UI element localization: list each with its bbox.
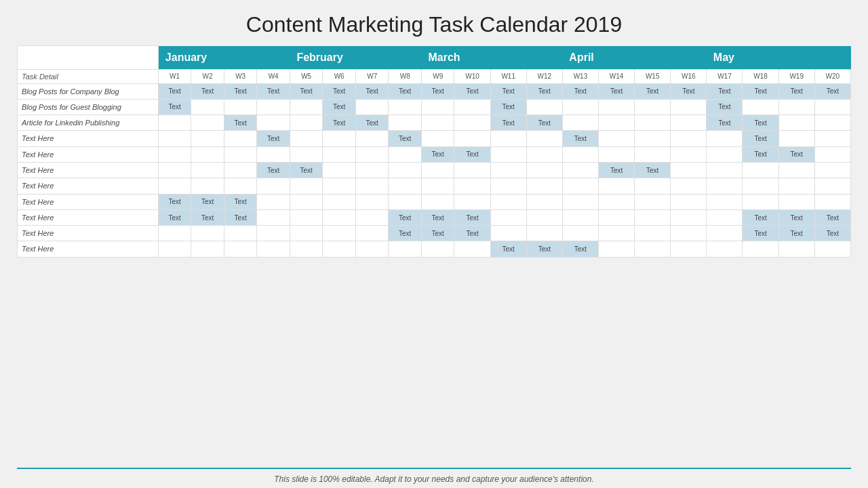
cell-r5-c10 — [490, 162, 526, 178]
cell-r1-c14 — [635, 99, 671, 115]
cell-r2-c13 — [598, 115, 634, 131]
week-header-w14: W14 — [598, 69, 634, 83]
cell-r10-c3 — [257, 241, 290, 257]
task-label-1: Blog Posts for Guest Blogging — [18, 99, 159, 115]
task-label-5: Text Here — [18, 162, 159, 178]
cell-r6-c8 — [421, 178, 454, 194]
cell-r4-c18: Text — [778, 146, 814, 162]
cell-r10-c0 — [158, 241, 191, 257]
month-header-february: February — [290, 46, 421, 70]
cell-r3-c11 — [526, 131, 562, 146]
cell-r6-c17 — [743, 178, 778, 194]
cell-r6-c2 — [224, 178, 257, 194]
cell-r0-c5: Text — [323, 83, 356, 99]
cell-r8-c19: Text — [814, 209, 850, 225]
page-title: Content Marketing Task Calendar 2019 — [0, 0, 868, 45]
cell-r1-c0: Text — [158, 99, 191, 115]
cell-r5-c6 — [355, 162, 389, 178]
cell-r0-c10: Text — [490, 83, 526, 99]
cell-r7-c9 — [454, 194, 490, 209]
week-header-w12: W12 — [526, 69, 562, 83]
cell-r2-c14 — [635, 115, 671, 131]
cell-r9-c1 — [191, 226, 224, 241]
cell-r8-c2: Text — [224, 209, 257, 225]
cell-r3-c0 — [158, 131, 191, 146]
cell-r8-c18: Text — [778, 209, 814, 225]
cell-r1-c19 — [814, 99, 850, 115]
task-label-9: Text Here — [18, 226, 159, 241]
cell-r9-c14 — [635, 226, 671, 241]
cell-r3-c16 — [707, 131, 743, 146]
cell-r0-c9: Text — [454, 83, 490, 99]
cell-r3-c18 — [778, 131, 814, 146]
cell-r4-c11 — [526, 146, 562, 162]
cell-r6-c18 — [778, 178, 814, 194]
cell-r2-c7 — [389, 115, 422, 131]
week-header-w1: W1 — [158, 69, 191, 83]
cell-r10-c4 — [290, 241, 323, 257]
cell-r9-c12 — [562, 226, 598, 241]
cell-r3-c2 — [224, 131, 257, 146]
cell-r3-c3: Text — [257, 131, 290, 146]
cell-r2-c0 — [158, 115, 191, 131]
cell-r10-c9 — [454, 241, 490, 257]
week-header-w19: W19 — [778, 69, 814, 83]
calendar-container: JanuaryFebruaryMarchAprilMayTask DetailW… — [17, 45, 851, 468]
cell-r6-c3 — [257, 178, 290, 194]
cell-r10-c18 — [778, 241, 814, 257]
footer-text: This slide is 100% editable. Adapt it to… — [17, 468, 851, 488]
cell-r1-c8 — [421, 99, 454, 115]
cell-r0-c3: Text — [257, 83, 290, 99]
cell-r4-c10 — [490, 146, 526, 162]
week-header-w20: W20 — [814, 69, 850, 83]
task-label-4: Text Here — [18, 146, 159, 162]
cell-r0-c7: Text — [389, 83, 422, 99]
cell-r4-c0 — [158, 146, 191, 162]
cell-r2-c12 — [562, 115, 598, 131]
cell-r7-c14 — [635, 194, 671, 209]
cell-r5-c19 — [814, 162, 850, 178]
cell-r10-c16 — [707, 241, 743, 257]
cell-r10-c17 — [743, 241, 778, 257]
cell-r3-c14 — [635, 131, 671, 146]
cell-r8-c11 — [526, 209, 562, 225]
cell-r5-c15 — [671, 162, 707, 178]
cell-r7-c5 — [323, 194, 356, 209]
cell-r4-c12 — [562, 146, 598, 162]
cell-r5-c8 — [421, 162, 454, 178]
cell-r3-c17: Text — [743, 131, 778, 146]
cell-r0-c11: Text — [526, 83, 562, 99]
cell-r5-c0 — [158, 162, 191, 178]
cell-r10-c13 — [598, 241, 634, 257]
cell-r5-c2 — [224, 162, 257, 178]
cell-r3-c10 — [490, 131, 526, 146]
cell-r5-c3: Text — [257, 162, 290, 178]
cell-r6-c15 — [671, 178, 707, 194]
cell-r7-c13 — [598, 194, 634, 209]
week-header-w2: W2 — [191, 69, 224, 83]
cell-r9-c3 — [257, 226, 290, 241]
cell-r5-c4: Text — [290, 162, 323, 178]
task-detail-label: Task Detail — [18, 69, 159, 83]
cell-r6-c5 — [323, 178, 356, 194]
cell-r4-c19 — [814, 146, 850, 162]
cell-r8-c13 — [598, 209, 634, 225]
cell-r8-c16 — [707, 209, 743, 225]
cell-r0-c15: Text — [671, 83, 707, 99]
cell-r3-c5 — [323, 131, 356, 146]
task-label-6: Text Here — [18, 178, 159, 194]
cell-r4-c1 — [191, 146, 224, 162]
cell-r9-c2 — [224, 226, 257, 241]
cell-r3-c7: Text — [389, 131, 422, 146]
cell-r0-c6: Text — [355, 83, 389, 99]
cell-r5-c18 — [778, 162, 814, 178]
cell-r9-c11 — [526, 226, 562, 241]
cell-r1-c7 — [389, 99, 422, 115]
task-label-7: Text Here — [18, 194, 159, 209]
cell-r0-c1: Text — [191, 83, 224, 99]
cell-r2-c8 — [421, 115, 454, 131]
cell-r1-c3 — [257, 99, 290, 115]
cell-r7-c4 — [290, 194, 323, 209]
cell-r4-c15 — [671, 146, 707, 162]
cell-r7-c12 — [562, 194, 598, 209]
